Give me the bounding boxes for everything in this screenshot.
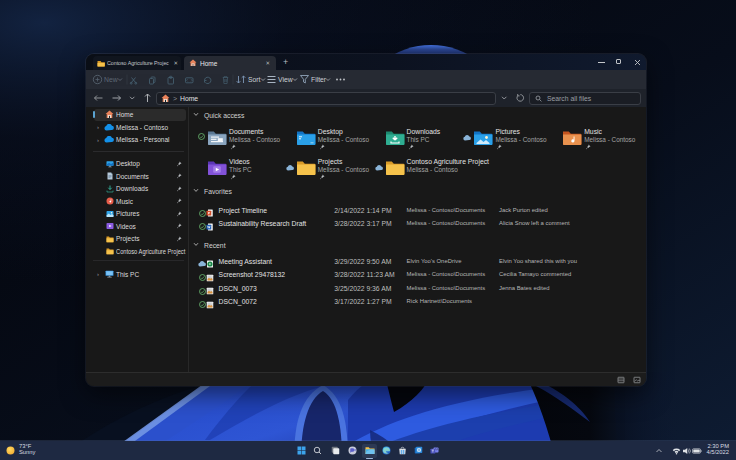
svg-text:Filter: Filter	[311, 76, 327, 83]
svg-text:New: New	[104, 76, 118, 83]
svg-text:View: View	[278, 76, 293, 83]
svg-text:Sort: Sort	[248, 76, 261, 83]
